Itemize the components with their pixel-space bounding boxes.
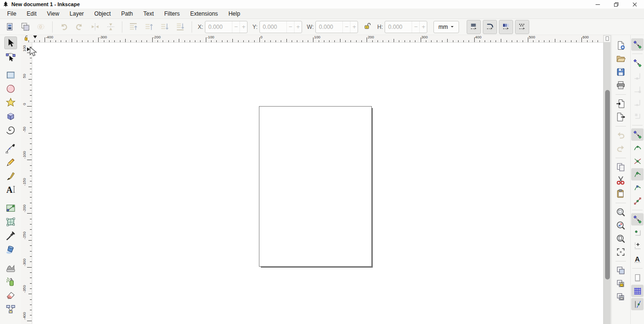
snap-object-centers-button[interactable] [631,226,644,239]
ruler-tick [30,305,32,305]
menu-object[interactable]: Object [89,9,116,18]
minimize-button[interactable] [589,0,607,9]
enable-snapping-button[interactable] [631,38,644,51]
tool-rectangle[interactable] [4,69,17,81]
menu-text[interactable]: Text [138,9,159,18]
duplicate-button[interactable] [615,264,627,277]
tool-dropper[interactable] [4,229,17,242]
move-patterns-toggle[interactable] [515,20,529,34]
vertical-ruler[interactable]: -400-350-300-250-200-150-100-50050100 [21,43,32,324]
w-plus-button[interactable]: + [350,21,358,33]
export-button[interactable] [615,111,627,123]
menu-edit[interactable]: Edit [21,9,42,18]
w-input[interactable]: 0.000 − + [315,21,358,33]
menu-extensions[interactable]: Extensions [185,9,223,18]
h-input[interactable]: 0.000 − + [385,21,427,33]
close-button[interactable] [626,0,644,9]
scale-rounded-corners-toggle[interactable] [483,20,497,34]
undo-icon [616,131,626,140]
tool-spiral[interactable] [4,124,17,136]
tool-spray[interactable] [4,275,17,288]
menu-path[interactable]: Path [116,9,138,18]
tool-pen-bezier[interactable] [4,142,17,155]
y-plus-button[interactable]: + [294,21,302,33]
tool-text[interactable]: A [4,183,17,196]
ruler-tick [453,40,453,42]
separator [632,210,643,210]
new-document-icon [616,41,626,50]
move-gradients-toggle[interactable] [499,20,513,34]
print-document-button[interactable] [615,79,627,91]
restore-button[interactable] [607,0,626,9]
menu-filters[interactable]: Filters [159,9,185,18]
create-clone-button[interactable] [615,278,627,290]
snap-path-intersections-button[interactable] [631,155,644,167]
tool-box-3d[interactable] [4,110,17,123]
x-plus-button[interactable]: + [239,21,247,33]
flip-vertical-button [104,20,117,33]
zoom-to-fit-button[interactable] [615,246,627,258]
snap-grids-button[interactable] [631,285,644,297]
tool-mesh-gradient[interactable] [4,216,17,228]
select-all-layers-button[interactable] [19,20,32,33]
snap-bounding-boxes-button[interactable] [631,57,644,69]
x-minus-button[interactable]: − [232,21,239,33]
ruler-tick [485,40,485,42]
ruler-tick [30,63,32,63]
new-document-button[interactable] [615,39,627,52]
canvas-viewport[interactable] [32,43,603,324]
select-all-button[interactable] [3,20,16,33]
unit-dropdown[interactable]: mm [433,21,459,33]
menu-view[interactable]: View [42,9,64,18]
unlink-clone-button[interactable] [615,291,627,303]
w-minus-button[interactable]: − [342,21,350,33]
horizontal-ruler[interactable]: -400-300-200-1000100200300400500600 [28,35,603,43]
snap-other-points-button[interactable] [631,213,644,225]
tool-star[interactable] [4,96,17,109]
open-document-button[interactable] [615,53,627,65]
tool-gradient[interactable] [4,202,17,215]
snap-nodes-paths-handles-button[interactable] [631,128,644,141]
paste-button[interactable] [615,188,627,200]
menu-layer[interactable]: Layer [64,9,89,18]
tool-connector[interactable] [4,303,17,315]
zoom-to-page-button[interactable] [615,233,627,245]
zoom-to-drawing-button[interactable] [615,219,627,232]
y-input[interactable]: 0.000 − + [259,21,302,33]
ruler-tick [30,154,32,155]
x-input[interactable]: 0.000 − + [205,21,248,33]
ruler-tick [286,39,287,42]
menu-file[interactable]: File [2,9,21,18]
snap-guides-button[interactable] [631,298,644,310]
snap-text-baseline-button[interactable]: A [631,253,644,265]
ruler-tick [367,37,367,42]
tool-pencil[interactable] [4,156,17,169]
zoom-to-selection-button[interactable] [615,206,627,218]
snap-cusp-nodes-button[interactable] [631,168,644,180]
h-minus-button[interactable]: − [412,21,419,33]
tool-calligraphy[interactable] [4,170,17,182]
menu-help[interactable]: Help [223,9,246,18]
scrollbar-thumb[interactable] [605,90,610,279]
snap-to-paths-button[interactable] [631,142,644,154]
y-minus-button[interactable]: − [286,21,294,33]
scale-stroke-width-toggle[interactable] [467,20,481,34]
lock-ratio-button[interactable] [362,22,373,32]
copy-button[interactable] [615,161,627,173]
vertical-scrollbar[interactable] [603,43,611,324]
tool-eraser[interactable] [4,289,17,302]
snap-rotation-centers-button[interactable] [631,240,644,252]
h-plus-button[interactable]: + [419,21,427,33]
snap-smooth-nodes-button[interactable] [631,181,644,194]
tool-ellipse[interactable] [4,82,17,95]
sticky-zoom-toggle[interactable] [603,35,611,43]
cut-button[interactable] [615,174,627,187]
snap-segment-midpoints-button[interactable] [631,195,644,207]
snap-page-border-button[interactable] [631,271,644,284]
tool-node-editor[interactable] [4,50,17,63]
tool-paint-bucket[interactable] [4,243,17,256]
save-document-button[interactable] [615,66,627,78]
tool-tweak[interactable] [4,261,17,274]
tool-selector[interactable] [4,36,17,49]
import-button[interactable] [615,98,627,110]
